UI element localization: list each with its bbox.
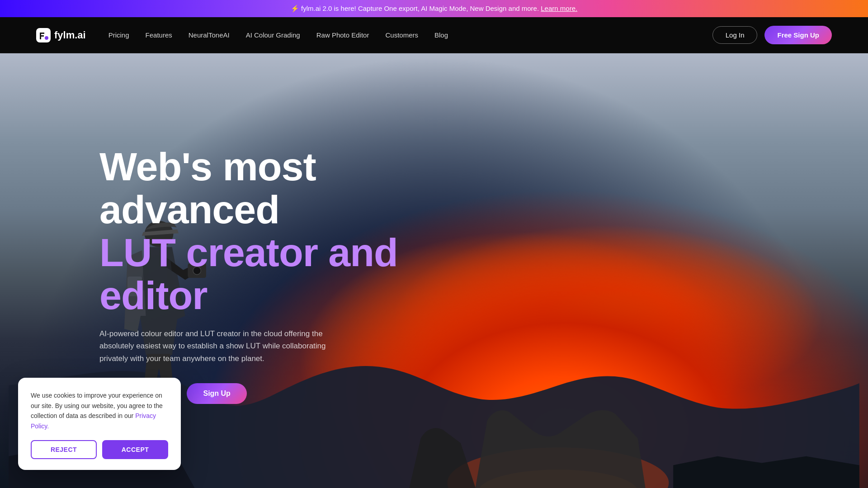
hero-title: Web's most advanced LUT creator and edit… <box>99 145 497 317</box>
login-button[interactable]: Log In <box>712 26 758 44</box>
nav-link-neuraltone[interactable]: NeuralToneAI <box>189 31 230 39</box>
svg-point-1 <box>45 36 48 40</box>
nav-item-neuraltone[interactable]: NeuralToneAI <box>189 31 230 39</box>
navbar: fylm.ai Pricing Features NeuralToneAI AI… <box>0 17 868 53</box>
hero-content: Web's most advanced LUT creator and edit… <box>0 145 497 404</box>
announcement-text: ⚡ fylm.ai 2.0 is here! Capture One expor… <box>291 5 539 12</box>
nav-link-features[interactable]: Features <box>146 31 172 39</box>
logo[interactable]: fylm.ai <box>36 28 86 42</box>
nav-item-blog[interactable]: Blog <box>434 31 448 39</box>
announcement-link[interactable]: Learn more. <box>541 5 577 12</box>
nav-link-customers[interactable]: Customers <box>385 31 418 39</box>
logo-text: fylm.ai <box>54 29 86 41</box>
nav-item-pricing[interactable]: Pricing <box>108 31 129 39</box>
nav-item-colour-grading[interactable]: AI Colour Grading <box>246 31 300 39</box>
announcement-banner: ⚡ fylm.ai 2.0 is here! Capture One expor… <box>0 0 868 17</box>
navbar-right: Log In Free Sign Up <box>712 26 832 44</box>
nav-item-raw-editor[interactable]: Raw Photo Editor <box>316 31 369 39</box>
cookie-banner: We use cookies to improve your experienc… <box>18 378 181 470</box>
logo-icon <box>36 28 51 42</box>
hero-title-line1: Web's most advanced <box>99 144 316 232</box>
nav-link-pricing[interactable]: Pricing <box>108 31 129 39</box>
cookie-text: We use cookies to improve your experienc… <box>31 390 168 431</box>
accept-cookies-button[interactable]: ACCEPT <box>102 440 168 459</box>
hero-subtitle: AI-powered colour editor and LUT creator… <box>99 328 335 365</box>
nav-item-customers[interactable]: Customers <box>385 31 418 39</box>
nav-link-colour-grading[interactable]: AI Colour Grading <box>246 31 300 39</box>
nav-link-raw-editor[interactable]: Raw Photo Editor <box>316 31 369 39</box>
hero-signup-button[interactable]: Sign Up <box>187 383 246 404</box>
nav-link-blog[interactable]: Blog <box>434 31 448 39</box>
hero-title-line2: LUT creator and editor <box>99 230 398 318</box>
reject-cookies-button[interactable]: REJECT <box>31 440 97 459</box>
nav-links: Pricing Features NeuralToneAI AI Colour … <box>108 31 448 39</box>
nav-item-features[interactable]: Features <box>146 31 172 39</box>
free-signup-button[interactable]: Free Sign Up <box>764 26 832 44</box>
navbar-left: fylm.ai Pricing Features NeuralToneAI AI… <box>36 28 448 42</box>
cookie-actions: REJECT ACCEPT <box>31 440 168 459</box>
